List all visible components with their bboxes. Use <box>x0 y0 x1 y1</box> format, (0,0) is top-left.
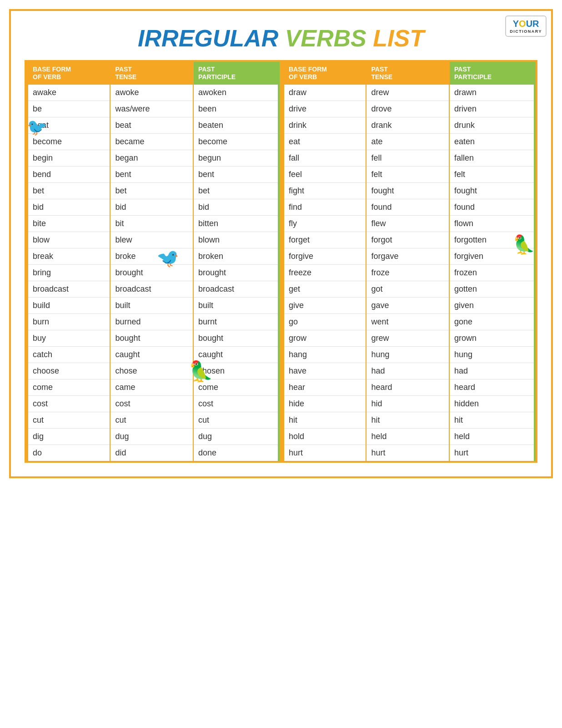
cell-base: broadcast <box>27 281 110 297</box>
table-row: flyflewflown <box>283 215 535 232</box>
cell-participle: built <box>193 297 279 313</box>
cell-participle: bought <box>193 330 279 346</box>
page: YOUR DICTIONARY IRREGULAR VERBS LIST BAS… <box>9 9 553 478</box>
table-row: becomebecamebecome <box>27 133 279 150</box>
table-row: breakbrokebroken <box>27 248 279 264</box>
table-row: burnburnedburnt <box>27 313 279 330</box>
cell-base: hang <box>283 346 366 363</box>
cell-participle: come <box>193 379 279 395</box>
cell-participle: cut <box>193 412 279 428</box>
cell-base: forget <box>283 232 366 248</box>
left-table-container: BASE FORMOF VERB PASTTENSE PASTPARTICIPL… <box>26 62 280 461</box>
cell-participle: hidden <box>449 395 535 412</box>
table-row: digdugdug <box>27 428 279 445</box>
cell-past: bought <box>110 330 193 346</box>
table-row: bewas/werebeen <box>27 101 279 117</box>
right-header-past: PASTTENSE <box>366 62 449 85</box>
cell-past: caught <box>110 346 193 363</box>
cell-base: hear <box>283 379 366 395</box>
cell-base: give <box>283 297 366 313</box>
cell-participle: caught <box>193 346 279 363</box>
table-row: buildbuiltbuilt <box>27 297 279 313</box>
right-header-base: BASE FORMOF VERB <box>283 62 366 85</box>
right-table-container: BASE FORMOF VERB PASTTENSE PASTPARTICIPL… <box>282 62 536 461</box>
table-row: comecamecome <box>27 379 279 395</box>
cell-participle: found <box>449 199 535 215</box>
cell-base: awake <box>27 85 110 101</box>
table-row: drivedrovedriven <box>283 101 535 117</box>
cell-past: did <box>110 445 193 461</box>
cell-base: get <box>283 281 366 297</box>
title-verbs: VERBS <box>278 25 366 51</box>
cell-past: dug <box>110 428 193 445</box>
cell-base: go <box>283 313 366 330</box>
cell-participle: driven <box>449 101 535 117</box>
cell-base: bid <box>27 199 110 215</box>
table-row: cutcutcut <box>27 412 279 428</box>
cell-participle: given <box>449 297 535 313</box>
table-row: buyboughtbought <box>27 330 279 346</box>
table-row: drinkdrankdrunk <box>283 117 535 133</box>
cell-past: held <box>366 428 449 445</box>
cell-base: break <box>27 248 110 264</box>
cell-base: burn <box>27 313 110 330</box>
cell-past: brought <box>110 264 193 281</box>
cell-base: fight <box>283 182 366 199</box>
left-header-base: BASE FORMOF VERB <box>27 62 110 85</box>
cell-participle: fought <box>449 182 535 199</box>
cell-base: find <box>283 199 366 215</box>
cell-base: forgive <box>283 248 366 264</box>
cell-past: forgave <box>366 248 449 264</box>
cell-participle: gotten <box>449 281 535 297</box>
cell-participle: broadcast <box>193 281 279 297</box>
table-row: holdheldheld <box>283 428 535 445</box>
cell-base: beat <box>27 117 110 133</box>
table-row: bidbidbid <box>27 199 279 215</box>
cell-base: choose <box>27 363 110 379</box>
table-row: forgetforgotforgotten <box>283 232 535 248</box>
cell-base: hurt <box>283 445 366 461</box>
cell-past: beat <box>110 117 193 133</box>
cell-base: begin <box>27 150 110 166</box>
cell-past: burned <box>110 313 193 330</box>
cell-past: heard <box>366 379 449 395</box>
cell-past: drove <box>366 101 449 117</box>
cell-past: had <box>366 363 449 379</box>
table-row: givegavegiven <box>283 297 535 313</box>
cell-base: have <box>283 363 366 379</box>
cell-base: bet <box>27 182 110 199</box>
cell-past: grew <box>366 330 449 346</box>
cell-participle: brought <box>193 264 279 281</box>
cell-participle: become <box>193 133 279 150</box>
table-row: havehadhad <box>283 363 535 379</box>
table-row: catchcaughtcaught <box>27 346 279 363</box>
cell-base: fall <box>283 150 366 166</box>
table-row: dodiddone <box>27 445 279 461</box>
cell-past: hid <box>366 395 449 412</box>
table-row: hearheardheard <box>283 379 535 395</box>
cell-participle: begun <box>193 150 279 166</box>
cell-past: bit <box>110 215 193 232</box>
table-row: hurthurthurt <box>283 445 535 461</box>
table-row: hanghunghung <box>283 346 535 363</box>
cell-base: grow <box>283 330 366 346</box>
cell-past: found <box>366 199 449 215</box>
cell-base: dig <box>27 428 110 445</box>
cell-past: drew <box>366 85 449 101</box>
cell-participle: broken <box>193 248 279 264</box>
cell-participle: felt <box>449 166 535 182</box>
cell-participle: grown <box>449 330 535 346</box>
cell-past: hung <box>366 346 449 363</box>
cell-past: hurt <box>366 445 449 461</box>
table-row: costcostcost <box>27 395 279 412</box>
table-row: gowentgone <box>283 313 535 330</box>
cell-participle: held <box>449 428 535 445</box>
cell-past: blew <box>110 232 193 248</box>
cell-past: cut <box>110 412 193 428</box>
cell-past: went <box>366 313 449 330</box>
cell-past: bet <box>110 182 193 199</box>
table-row: beginbeganbegun <box>27 150 279 166</box>
left-header-past: PASTTENSE <box>110 62 193 85</box>
cell-past: began <box>110 150 193 166</box>
cell-base: cut <box>27 412 110 428</box>
